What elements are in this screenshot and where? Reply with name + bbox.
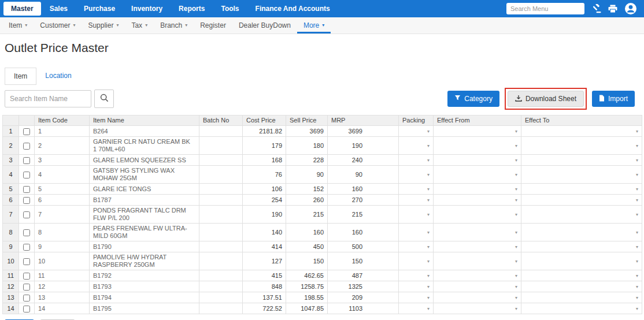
tab-location[interactable]: Location xyxy=(36,68,80,85)
table-row: 88PEARS FRENEWAL FW ULTRA-MILD 60GM14016… xyxy=(3,224,642,241)
effect-from-cell[interactable]: ▾ xyxy=(434,206,521,224)
effect-from-cell[interactable]: ▾ xyxy=(434,270,521,281)
row-checkbox[interactable] xyxy=(23,284,30,291)
effect-to-cell[interactable]: ▾ xyxy=(521,184,642,195)
effect-to-cell[interactable]: ▾ xyxy=(521,252,642,270)
packing-cell[interactable]: ▾ xyxy=(399,206,434,224)
top-menu-sales[interactable]: Sales xyxy=(42,2,75,16)
row-checkbox[interactable] xyxy=(23,128,30,135)
packing-cell[interactable]: ▾ xyxy=(399,281,434,292)
effect-from-cell[interactable]: ▾ xyxy=(434,292,521,303)
packing-cell[interactable]: ▾ xyxy=(399,224,434,241)
batch-no-cell xyxy=(199,224,243,241)
top-menu-reports[interactable]: Reports xyxy=(171,2,212,16)
subnav-item-customer[interactable]: Customer▾ xyxy=(34,17,82,34)
chevron-down-icon: ▾ xyxy=(25,23,27,28)
item-search-input[interactable] xyxy=(5,90,91,107)
chevron-down-icon: ▾ xyxy=(73,23,75,28)
effect-from-cell[interactable]: ▾ xyxy=(434,224,521,241)
effect-to-cell[interactable]: ▾ xyxy=(521,195,642,206)
row-checkbox[interactable] xyxy=(23,211,30,218)
effect-from-cell[interactable]: ▾ xyxy=(434,137,521,155)
chevron-down-icon: ▾ xyxy=(427,230,430,235)
row-checkbox[interactable] xyxy=(23,306,30,312)
chevron-down-icon: ▾ xyxy=(636,143,638,148)
row-checkbox[interactable] xyxy=(23,143,30,150)
top-menu-inventory[interactable]: Inventory xyxy=(124,2,170,16)
packing-cell[interactable]: ▾ xyxy=(399,166,434,184)
effect-to-cell[interactable]: ▾ xyxy=(521,126,642,137)
row-checkbox[interactable] xyxy=(23,157,30,164)
packing-cell[interactable]: ▾ xyxy=(399,155,434,166)
top-menu-master[interactable]: Master xyxy=(3,2,41,16)
sell-price-cell: 1258.75 xyxy=(286,281,328,292)
effect-from-cell[interactable]: ▾ xyxy=(434,252,521,270)
effect-from-cell[interactable]: ▾ xyxy=(434,195,521,206)
menu-search-input[interactable] xyxy=(506,3,584,14)
effect-to-cell[interactable]: ▾ xyxy=(521,155,642,166)
chevron-down-icon: ▾ xyxy=(636,244,638,250)
mrp-cell: 487 xyxy=(328,270,399,281)
printer-icon[interactable] xyxy=(608,5,617,13)
effect-to-cell[interactable]: ▾ xyxy=(521,281,642,292)
effect-to-cell[interactable]: ▾ xyxy=(521,166,642,184)
batch-no-cell xyxy=(199,206,243,224)
effect-to-cell[interactable]: ▾ xyxy=(521,137,642,155)
row-number: 1 xyxy=(3,126,19,137)
batch-no-cell xyxy=(199,303,243,314)
effect-from-cell[interactable]: ▾ xyxy=(434,166,521,184)
download-sheet-button[interactable]: Download Sheet xyxy=(508,91,584,107)
top-menu-tools[interactable]: Tools xyxy=(213,2,246,16)
packing-cell[interactable]: ▾ xyxy=(399,195,434,206)
row-checkbox[interactable] xyxy=(23,273,30,280)
subnav-item-tax[interactable]: Tax▾ xyxy=(125,17,154,34)
effect-to-cell[interactable]: ▾ xyxy=(521,224,642,241)
effect-from-cell[interactable]: ▾ xyxy=(434,241,521,252)
gavel-icon[interactable] xyxy=(591,4,601,13)
effect-from-cell[interactable]: ▾ xyxy=(434,155,521,166)
effect-from-cell[interactable]: ▾ xyxy=(434,281,521,292)
subnav-item-item[interactable]: Item▾ xyxy=(2,17,34,34)
effect-to-cell[interactable]: ▾ xyxy=(521,292,642,303)
tab-item[interactable]: Item xyxy=(5,68,36,85)
packing-cell[interactable]: ▾ xyxy=(399,126,434,137)
top-menu-purchase[interactable]: Purchase xyxy=(76,2,123,16)
category-button[interactable]: Category xyxy=(447,91,499,107)
subnav-item-register[interactable]: Register xyxy=(194,17,232,34)
effect-from-cell[interactable]: ▾ xyxy=(434,184,521,195)
packing-cell[interactable]: ▾ xyxy=(399,270,434,281)
row-checkbox[interactable] xyxy=(23,295,30,302)
packing-cell[interactable]: ▾ xyxy=(399,137,434,155)
effect-to-cell[interactable]: ▾ xyxy=(521,303,642,314)
row-checkbox[interactable] xyxy=(23,229,30,236)
row-checkbox[interactable] xyxy=(23,258,30,265)
subnav-item-more[interactable]: More▾ xyxy=(297,17,331,34)
row-checkbox[interactable] xyxy=(23,172,30,178)
table-row: 1414B1795722.521047.851103▾▾▾ xyxy=(3,303,642,314)
effect-to-cell[interactable]: ▾ xyxy=(521,206,642,224)
packing-cell[interactable]: ▾ xyxy=(399,303,434,314)
search-button[interactable] xyxy=(94,90,114,108)
effect-from-cell[interactable]: ▾ xyxy=(434,126,521,137)
effect-from-cell[interactable]: ▾ xyxy=(434,303,521,314)
import-button[interactable]: Import xyxy=(592,91,635,107)
packing-cell[interactable]: ▾ xyxy=(399,241,434,252)
user-avatar[interactable] xyxy=(624,2,637,15)
effect-to-cell[interactable]: ▾ xyxy=(521,241,642,252)
effect-to-cell[interactable]: ▾ xyxy=(521,270,642,281)
top-menu-finance-and-accounts[interactable]: Finance And Accounts xyxy=(248,2,338,16)
subnav-item-dealer-buydown[interactable]: Dealer BuyDown xyxy=(232,17,297,34)
sell-price-cell: 198.55 xyxy=(286,292,328,303)
row-checkbox[interactable] xyxy=(23,186,30,193)
subnav-item-branch[interactable]: Branch▾ xyxy=(154,17,194,34)
item-name-cell: GATSBY HG STYLING WAX MOHAW 25GM xyxy=(90,166,199,184)
packing-cell[interactable]: ▾ xyxy=(399,184,434,195)
row-checkbox[interactable] xyxy=(23,244,30,251)
subnav-item-supplier[interactable]: Supplier▾ xyxy=(82,17,125,34)
chevron-down-icon: ▾ xyxy=(427,284,430,289)
packing-cell[interactable]: ▾ xyxy=(399,252,434,270)
row-checkbox[interactable] xyxy=(23,197,30,204)
chevron-down-icon: ▾ xyxy=(116,23,119,28)
sell-price-cell: 450 xyxy=(286,241,328,252)
packing-cell[interactable]: ▾ xyxy=(399,292,434,303)
